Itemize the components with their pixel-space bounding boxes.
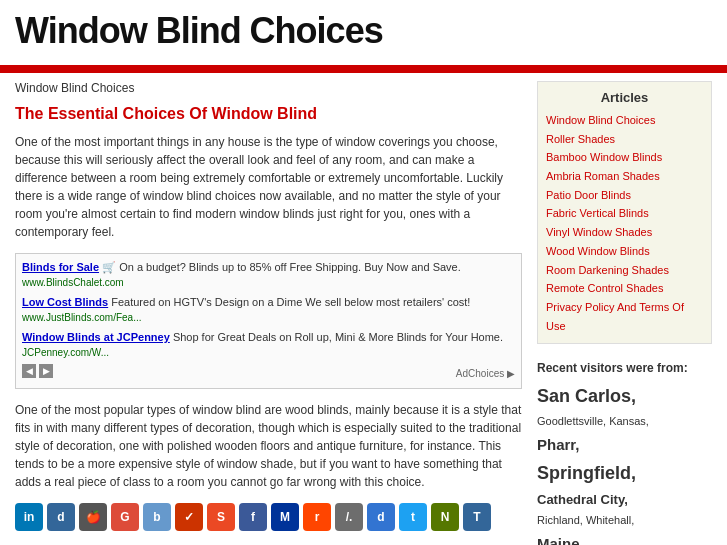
delicious-icon[interactable]: d bbox=[367, 503, 395, 531]
visitor-item: San Carlos, bbox=[537, 382, 712, 411]
ad-small-1: www.BlindsChalet.com bbox=[22, 277, 124, 288]
ad-text-1: 🛒 On a budget? Blinds up to 85% off Free… bbox=[102, 261, 461, 273]
intro-text: One of the most important things in any … bbox=[15, 133, 522, 241]
ad-link-1[interactable]: Blinds for Sale bbox=[22, 261, 99, 273]
stumbleupon-icon[interactable]: S bbox=[207, 503, 235, 531]
sidebar-link[interactable]: Patio Door Blinds bbox=[546, 186, 703, 205]
visitor-item: Springfield, bbox=[537, 459, 712, 488]
visitor-item: Goodlettsville, Kansas, bbox=[537, 413, 712, 431]
sidebar: Articles Window Blind ChoicesRoller Shad… bbox=[537, 81, 712, 545]
red-bar bbox=[0, 65, 727, 73]
sidebar-link[interactable]: Window Blind Choices bbox=[546, 111, 703, 130]
sidebar-visitors-list: San Carlos,Goodlettsville, Kansas,Pharr,… bbox=[537, 382, 712, 545]
reddit-icon[interactable]: r bbox=[303, 503, 331, 531]
check-icon[interactable]: ✓ bbox=[175, 503, 203, 531]
slashdot-icon[interactable]: /. bbox=[335, 503, 363, 531]
sidebar-link[interactable]: Vinyl Window Shades bbox=[546, 223, 703, 242]
ad-block: Blinds for Sale 🛒 On a budget? Blinds up… bbox=[15, 253, 522, 389]
sidebar-link[interactable]: Roller Shades bbox=[546, 130, 703, 149]
sidebar-visitors: Recent visitors were from: San Carlos,Go… bbox=[537, 359, 712, 545]
article-heading: The Essential Choices Of Window Blind bbox=[15, 105, 522, 123]
ad-link-2[interactable]: Low Cost Blinds bbox=[22, 296, 108, 308]
sidebar-articles-box: Articles Window Blind ChoicesRoller Shad… bbox=[537, 81, 712, 344]
visitor-item: Maine, bbox=[537, 532, 712, 545]
ad-small-3: JCPenney.com/W... bbox=[22, 347, 109, 358]
sidebar-link[interactable]: Wood Window Blinds bbox=[546, 242, 703, 261]
site-title: Window Blind Choices bbox=[15, 10, 712, 52]
twitter-icon[interactable]: t bbox=[399, 503, 427, 531]
sidebar-link[interactable]: Room Darkening Shades bbox=[546, 261, 703, 280]
sidebar-link[interactable]: Ambria Roman Shades bbox=[546, 167, 703, 186]
ad-link-3[interactable]: Window Blinds at JCPenney bbox=[22, 331, 170, 343]
sidebar-articles-title: Articles bbox=[546, 90, 703, 105]
google-icon[interactable]: G bbox=[111, 503, 139, 531]
sidebar-link[interactable]: Bamboo Window Blinds bbox=[546, 148, 703, 167]
ad-text-2: Featured on HGTV's Design on a Dime We s… bbox=[111, 296, 470, 308]
facebook-icon[interactable]: f bbox=[239, 503, 267, 531]
breadcrumb: Window Blind Choices bbox=[15, 81, 522, 95]
ad-prev-button[interactable]: ◀ bbox=[22, 364, 36, 378]
ad-next-button[interactable]: ▶ bbox=[39, 364, 53, 378]
ad-choices[interactable]: AdChoices ▶ bbox=[456, 368, 515, 379]
apple-icon[interactable]: 🍎 bbox=[79, 503, 107, 531]
visitor-item: Pharr, bbox=[537, 433, 712, 457]
body-text: One of the most popular types of window … bbox=[15, 401, 522, 491]
visitor-item: Cathedral City, bbox=[537, 490, 712, 511]
newsvine-icon[interactable]: N bbox=[431, 503, 459, 531]
social-icons-row: in d 🍎 G b ✓ S f M r /. d t N T bbox=[15, 503, 522, 531]
visitor-item: Richland, Whitehall, bbox=[537, 512, 712, 530]
ad-text-3: Shop for Great Deals on Roll up, Mini & … bbox=[173, 331, 503, 343]
digg-icon[interactable]: d bbox=[47, 503, 75, 531]
technorati-icon[interactable]: T bbox=[463, 503, 491, 531]
linkedin-icon[interactable]: in bbox=[15, 503, 43, 531]
ad-small-2: www.JustBlinds.com/Fea... bbox=[22, 312, 141, 323]
sidebar-link[interactable]: Fabric Vertical Blinds bbox=[546, 204, 703, 223]
sidebar-links: Window Blind ChoicesRoller ShadesBamboo … bbox=[546, 111, 703, 335]
sidebar-link[interactable]: Privacy Policy And Terms Of Use bbox=[546, 298, 703, 335]
sidebar-link[interactable]: Remote Control Shades bbox=[546, 279, 703, 298]
blogmarks-icon[interactable]: b bbox=[143, 503, 171, 531]
myspace-icon[interactable]: M bbox=[271, 503, 299, 531]
sidebar-visitors-title: Recent visitors were from: bbox=[537, 359, 712, 378]
